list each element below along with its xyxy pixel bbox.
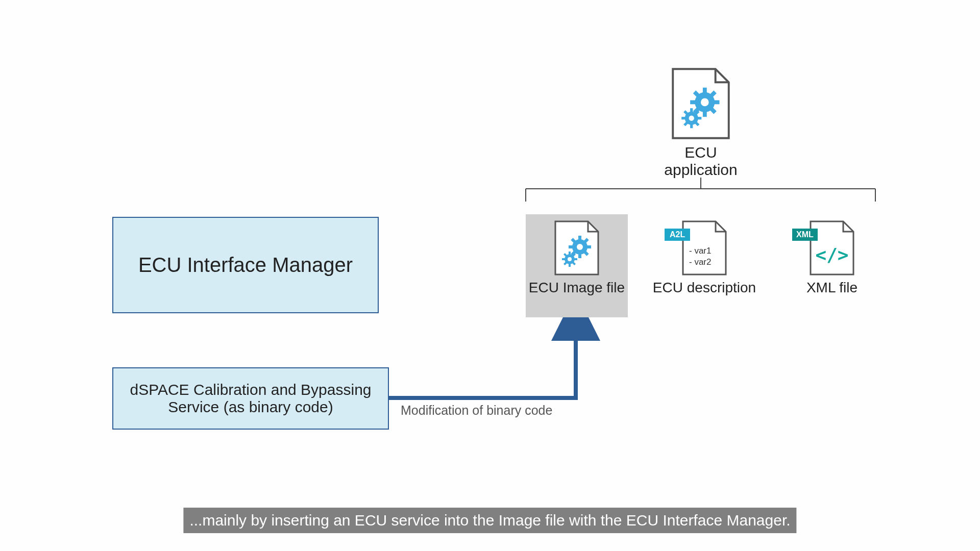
dspace-service-label: dSPACE Calibration and Bypassing Service… (118, 381, 383, 416)
xml-badge: XML (792, 229, 818, 241)
ecu-description-card: A2L - var1 - var2 ECU description (651, 219, 758, 296)
a2l-var1: - var1 (689, 246, 711, 256)
svg-point-31 (568, 257, 572, 261)
svg-text:</>: </> (815, 244, 848, 265)
svg-rect-34 (562, 258, 565, 260)
dspace-service-box: dSPACE Calibration and Bypassing Service… (112, 367, 389, 430)
gear-file-icon (670, 66, 731, 141)
svg-rect-33 (569, 264, 571, 267)
ecu-application-file: ECU application (653, 66, 748, 179)
svg-rect-2 (703, 88, 707, 93)
ecu-image-file-card: ECU Image file (526, 214, 628, 317)
gear-file-icon (553, 219, 600, 277)
svg-rect-32 (569, 252, 571, 255)
ecu-application-label: ECU application (653, 144, 748, 179)
ecu-interface-manager-box: ECU Interface Manager (112, 217, 379, 313)
svg-rect-3 (703, 112, 707, 117)
ecu-image-file-label: ECU Image file (526, 280, 628, 296)
svg-rect-12 (690, 108, 693, 112)
ecu-interface-manager-label: ECU Interface Manager (138, 254, 353, 277)
xml-file-label: XML file (801, 280, 863, 296)
a2l-file-icon: A2L - var1 - var2 (681, 219, 728, 277)
caption-subtitle: ...mainly by inserting an ECU service in… (183, 508, 796, 533)
svg-rect-4 (690, 100, 695, 104)
svg-rect-25 (587, 245, 591, 248)
svg-rect-23 (578, 254, 581, 258)
svg-rect-15 (697, 117, 701, 119)
svg-point-1 (701, 98, 709, 107)
a2l-badge: A2L (665, 229, 690, 241)
svg-rect-24 (569, 245, 573, 248)
tree-bracket (526, 178, 875, 202)
svg-rect-5 (714, 100, 719, 104)
svg-point-21 (577, 244, 583, 250)
xml-file-icon: </> XML (808, 219, 855, 277)
modification-arrow (378, 316, 576, 398)
svg-rect-13 (690, 124, 693, 128)
svg-rect-22 (578, 236, 581, 240)
ecu-description-label: ECU description (651, 280, 758, 296)
svg-rect-14 (681, 117, 685, 119)
xml-file-card: </> XML XML file (801, 219, 863, 296)
a2l-var2: - var2 (689, 257, 711, 267)
svg-rect-35 (574, 258, 577, 260)
svg-point-11 (689, 115, 694, 120)
arrow-label: Modification of binary code (401, 403, 552, 418)
